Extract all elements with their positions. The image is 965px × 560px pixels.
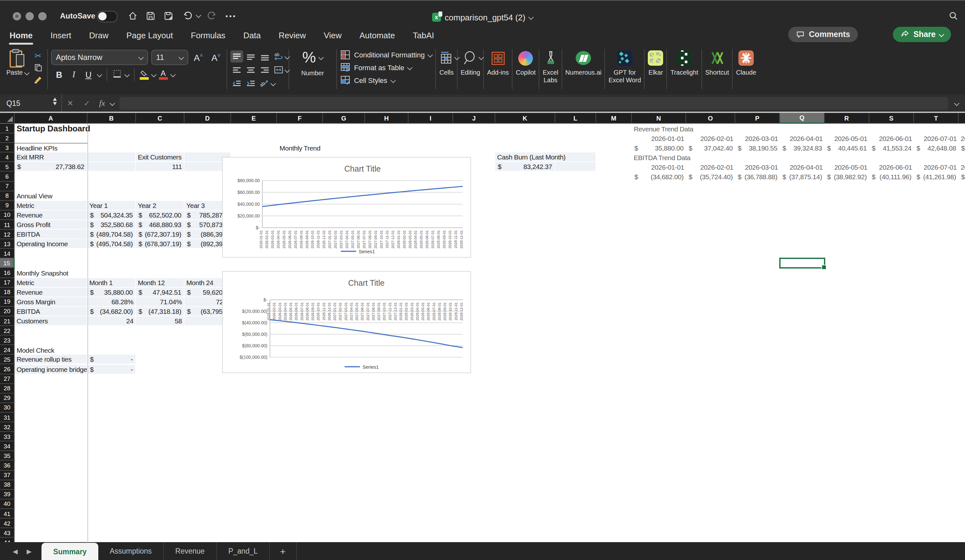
- col-header-I[interactable]: I: [409, 113, 453, 124]
- number-format-button[interactable]: %: [302, 48, 323, 67]
- cell-T2[interactable]: 2026-07-01: [914, 133, 958, 143]
- font-color-button[interactable]: A: [159, 70, 168, 79]
- col-header-K[interactable]: K: [495, 113, 555, 124]
- row-header-10[interactable]: 10: [0, 211, 15, 220]
- cell-C13[interactable]: $(678,307.19): [136, 239, 185, 249]
- col-header-B[interactable]: B: [87, 113, 136, 124]
- cell-P6[interactable]: $(36,788.88): [735, 172, 780, 181]
- row-header-43[interactable]: 43: [0, 528, 15, 538]
- cell-B18[interactable]: $35,880.00: [87, 287, 136, 297]
- row-header-6[interactable]: 6: [0, 172, 15, 181]
- cell-A16[interactable]: Monthly Snapshot: [15, 268, 87, 278]
- row-header-24[interactable]: 24: [0, 345, 15, 355]
- italic-button[interactable]: I: [68, 70, 80, 80]
- font-name-select[interactable]: Aptos Narrow: [51, 50, 148, 65]
- row-header-35[interactable]: 35: [0, 451, 15, 461]
- cell-U2[interactable]: 2026-08-01: [958, 133, 965, 143]
- select-all-corner[interactable]: [0, 113, 15, 124]
- cell-Q5[interactable]: 2026-04-01: [780, 162, 824, 172]
- decrease-font-size-button[interactable]: A˅: [209, 52, 223, 62]
- col-header-S[interactable]: S: [869, 113, 914, 124]
- col-header-G[interactable]: G: [323, 113, 365, 124]
- fill-handle[interactable]: [821, 265, 826, 270]
- align-left-button[interactable]: [231, 64, 243, 76]
- row-header-9[interactable]: 9: [0, 201, 15, 211]
- ribbon-tab-insert[interactable]: Insert: [50, 29, 72, 41]
- row-header-16[interactable]: 16: [0, 268, 15, 278]
- add-sheet-button[interactable]: +: [270, 542, 297, 560]
- row-header-27[interactable]: 27: [0, 374, 15, 384]
- row-header-18[interactable]: 18: [0, 287, 15, 297]
- paste-button[interactable]: Paste: [7, 49, 28, 95]
- cell-C20[interactable]: $(47,318.18): [136, 307, 185, 316]
- cell-C17[interactable]: Month 12: [136, 278, 185, 287]
- row-header-29[interactable]: 29: [0, 393, 15, 403]
- col-header-J[interactable]: J: [453, 113, 495, 124]
- cell-A9[interactable]: Metric: [15, 201, 87, 211]
- formula-input[interactable]: [119, 96, 949, 109]
- next-sheet-icon[interactable]: ▶: [26, 548, 31, 555]
- cell-C9[interactable]: Year 2: [136, 201, 185, 211]
- cell-B20[interactable]: $(34,682.00): [87, 307, 136, 316]
- col-header-E[interactable]: E: [231, 113, 277, 124]
- numerous-ai-button[interactable]: Numerous.ai: [566, 47, 602, 95]
- cell-A19[interactable]: Gross Margin: [15, 297, 87, 307]
- comments-button[interactable]: Comments: [788, 27, 858, 42]
- cell-O3[interactable]: $37,042.40: [686, 143, 735, 152]
- cell-A25[interactable]: Revenue rollup ties: [15, 355, 87, 364]
- cell-B21[interactable]: 24: [87, 316, 136, 326]
- col-header-O[interactable]: O: [686, 113, 735, 124]
- row-header-22[interactable]: 22: [0, 326, 15, 335]
- row-header-1[interactable]: 1: [0, 124, 15, 133]
- cell-R3[interactable]: $40,445.61: [824, 143, 869, 152]
- cell-N6[interactable]: $(34,682.00): [632, 172, 686, 181]
- row-header-30[interactable]: 30: [0, 403, 15, 413]
- cell-U5[interactable]: 2026-08-01: [958, 162, 965, 172]
- sheet-tab-revenue[interactable]: Revenue: [164, 542, 217, 560]
- name-box-spinner[interactable]: [53, 98, 57, 105]
- row-header-37[interactable]: 37: [0, 470, 15, 480]
- cell-R5[interactable]: 2026-05-01: [824, 162, 869, 172]
- borders-button[interactable]: [112, 69, 122, 81]
- copilot-button[interactable]: Copilot: [516, 47, 535, 95]
- cell-B26[interactable]: $-: [87, 364, 136, 374]
- cell-O5[interactable]: 2026-02-01: [686, 162, 735, 172]
- cell-A18[interactable]: Revenue: [15, 287, 87, 297]
- row-header-17[interactable]: 17: [0, 278, 15, 287]
- col-header-U[interactable]: U: [958, 113, 965, 124]
- cell-O2[interactable]: 2026-02-01: [686, 133, 735, 143]
- copy-button[interactable]: [32, 62, 44, 73]
- align-right-button[interactable]: [258, 64, 271, 76]
- cell-T5[interactable]: 2026-07-01: [914, 162, 958, 172]
- cell-A17[interactable]: Metric: [15, 278, 87, 287]
- cell-S6[interactable]: $(40,111.96): [869, 172, 914, 181]
- cell-O6[interactable]: $(35,724.40): [686, 172, 735, 181]
- increase-indent-button[interactable]: [244, 77, 257, 89]
- cell-C18[interactable]: $47,942.51: [136, 287, 185, 297]
- cell-N3[interactable]: $35,880.00: [632, 143, 686, 152]
- confirm-entry-icon[interactable]: ✓: [79, 98, 95, 108]
- cell-B9[interactable]: Year 1: [87, 201, 136, 211]
- active-cell-selection[interactable]: [779, 258, 825, 269]
- cell-T3[interactable]: $42,648.08: [914, 143, 958, 152]
- row-header-40[interactable]: 40: [0, 500, 15, 509]
- fill-color-button[interactable]: [139, 70, 149, 79]
- ribbon-tab-draw[interactable]: Draw: [88, 29, 109, 41]
- row-header-23[interactable]: 23: [0, 335, 15, 345]
- cell-C12[interactable]: $(672,307.19): [136, 230, 185, 239]
- sheet-background[interactable]: [15, 124, 965, 544]
- excel-labs-button[interactable]: ExcelLabs: [543, 47, 558, 95]
- align-bottom-button[interactable]: [258, 51, 271, 62]
- ebitda-trend-line-chart[interactable]: $-$(20,000.00)$(40,000.00)$(60,000.00)$(…: [222, 271, 471, 373]
- cell-A24[interactable]: Model Check: [15, 345, 87, 355]
- col-header-R[interactable]: R: [824, 113, 869, 124]
- col-header-F[interactable]: F: [277, 113, 323, 124]
- col-header-N[interactable]: N: [632, 113, 686, 124]
- cancel-entry-icon[interactable]: ✕: [62, 98, 79, 108]
- cell-C10[interactable]: $652,502.00: [136, 211, 185, 220]
- row-header-14[interactable]: 14: [0, 249, 15, 259]
- cell-T6[interactable]: $(41,261.98): [914, 172, 958, 181]
- cell-L5[interactable]: [555, 162, 596, 172]
- cell-A13[interactable]: Operating Income: [15, 239, 87, 249]
- cell-A4[interactable]: Exit MRR: [15, 153, 87, 162]
